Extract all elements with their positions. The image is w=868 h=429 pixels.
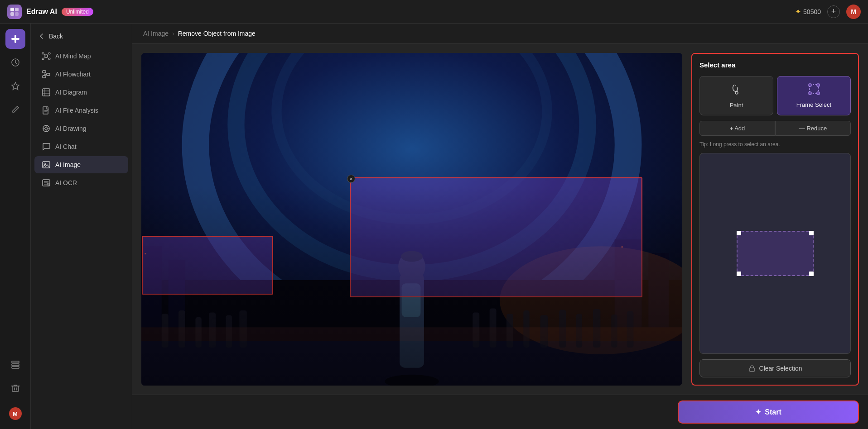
sidebar-label-ai-flowchart: AI Flowchart — [55, 71, 91, 78]
add-reduce-row: + Add — Reduce — [699, 121, 851, 136]
svg-line-20 — [47, 57, 48, 58]
sidebar-item-ai-flowchart[interactable]: AI Flowchart — [34, 66, 128, 83]
sidebar-label-ai-ocr: AI OCR — [55, 179, 77, 186]
selection-close-button[interactable]: ✕ — [347, 175, 355, 183]
tab-frame-select-label: Frame Select — [796, 101, 831, 108]
sidebar-label-ai-chat: AI Chat — [55, 143, 77, 150]
icon-bar-star[interactable] — [5, 76, 25, 96]
sidebar-item-ai-diagram[interactable]: AI Diagram — [34, 84, 128, 101]
svg-point-40 — [44, 163, 46, 165]
svg-rect-22 — [47, 73, 50, 76]
svg-rect-0 — [10, 8, 14, 11]
svg-rect-23 — [43, 76, 46, 78]
topbar: Edraw AI Unlimited ✦ 50500 + M — [0, 0, 868, 24]
icon-bar-edit[interactable] — [5, 100, 25, 119]
svg-line-18 — [47, 54, 48, 55]
svg-rect-3 — [15, 12, 19, 16]
icon-bar-trash[interactable] — [5, 378, 25, 398]
corner-br — [809, 272, 814, 276]
svg-point-34 — [45, 127, 48, 130]
svg-rect-2 — [10, 12, 14, 16]
svg-rect-5 — [11, 38, 19, 40]
sidebar-item-ai-image[interactable]: AI Image — [34, 156, 128, 173]
avatar[interactable]: M — [846, 5, 861, 19]
app-logo — [7, 5, 22, 19]
icon-bar-history[interactable] — [5, 52, 25, 72]
clear-selection-label: Clear Selection — [759, 365, 802, 372]
frame-select-icon — [808, 83, 820, 98]
start-icon: ✦ — [755, 408, 761, 416]
svg-marker-7 — [12, 82, 19, 90]
sidebar-label-ai-drawing: AI Drawing — [55, 125, 86, 132]
icon-bar-add[interactable] — [5, 29, 25, 49]
svg-point-82 — [735, 91, 738, 94]
svg-rect-39 — [43, 162, 50, 168]
tab-frame-select[interactable]: Frame Select — [777, 76, 851, 115]
svg-line-17 — [44, 54, 45, 55]
breadcrumb: AI Image › Remove Object from Image — [132, 24, 868, 44]
sidebar-label-ai-file-analysis: AI File Analysis — [55, 107, 98, 114]
credits-icon: ✦ — [795, 7, 801, 16]
svg-line-19 — [44, 57, 45, 58]
sidebar-item-ai-drawing[interactable]: AI Drawing — [34, 120, 128, 137]
scene-overlay — [141, 53, 682, 386]
content-area: AI Image › Remove Object from Image — [132, 24, 868, 429]
svg-rect-10 — [12, 367, 19, 368]
back-button[interactable]: Back — [31, 29, 132, 43]
svg-rect-26 — [43, 89, 50, 96]
svg-rect-1 — [15, 8, 19, 11]
sidebar-label-ai-diagram: AI Diagram — [55, 89, 87, 96]
breadcrumb-current: Remove Object from Image — [178, 30, 256, 37]
credits-display: ✦ 50500 — [795, 7, 821, 16]
svg-point-14 — [48, 52, 50, 54]
svg-rect-8 — [12, 361, 19, 363]
panel-title: Select area — [699, 61, 851, 69]
tab-paint[interactable]: Paint — [699, 76, 773, 115]
icon-bar-user[interactable]: M — [5, 404, 25, 424]
sidebar-label-ai-mind-map: AI Mind Map — [55, 52, 91, 60]
add-credits-button[interactable]: + — [827, 5, 840, 18]
lock-icon — [748, 365, 756, 372]
svg-rect-87 — [809, 92, 811, 95]
start-button[interactable]: ✦ Start — [678, 400, 859, 424]
unlimited-badge: Unlimited — [62, 8, 93, 16]
sidebar-item-ai-chat[interactable]: AI Chat — [34, 138, 128, 155]
icon-bar: M — [0, 24, 31, 429]
reduce-button[interactable]: — Reduce — [775, 121, 851, 136]
canvas-wrapper: ✕ Select area Paint — [132, 44, 868, 395]
back-label: Back — [49, 33, 63, 40]
sidebar-item-ai-file-analysis[interactable]: AI File Analysis — [34, 102, 128, 119]
svg-line-25 — [44, 74, 47, 75]
sidebar-item-ai-mind-map[interactable]: AI Mind Map — [34, 48, 128, 65]
breadcrumb-parent[interactable]: AI Image — [143, 30, 169, 37]
icon-bar-stack[interactable] — [5, 355, 25, 375]
start-label: Start — [765, 408, 781, 416]
right-panel: Select area Paint Frame Select — [691, 53, 859, 386]
preview-box — [699, 153, 851, 354]
svg-point-13 — [42, 52, 44, 54]
sidebar-item-ai-ocr[interactable]: AI OCR — [34, 174, 128, 191]
main-layout: M Back AI Mind Map AI Flowchart AI Diagr… — [0, 24, 868, 429]
scene-image: ✕ — [141, 53, 682, 386]
add-button[interactable]: + Add — [699, 121, 775, 136]
credits-value: 50500 — [803, 8, 821, 15]
topbar-right: ✦ 50500 + M — [795, 5, 861, 19]
sidebar: Back AI Mind Map AI Flowchart AI Diagram… — [31, 24, 132, 429]
tip-text: Tip: Long press to select an area. — [699, 141, 851, 148]
app-name: Edraw AI — [26, 8, 57, 16]
svg-rect-9 — [12, 364, 19, 366]
svg-rect-11 — [12, 386, 19, 391]
corner-tr — [809, 231, 814, 235]
corner-tl — [737, 231, 741, 235]
svg-rect-88 — [817, 92, 820, 95]
clear-selection-button[interactable]: Clear Selection — [699, 359, 851, 377]
preview-selection-frame — [737, 231, 814, 276]
svg-rect-86 — [817, 84, 820, 86]
svg-rect-21 — [43, 71, 46, 73]
user-avatar-icon: M — [9, 407, 22, 420]
sidebar-label-ai-image: AI Image — [55, 161, 81, 168]
topbar-left: Edraw AI Unlimited — [7, 5, 93, 19]
svg-rect-85 — [809, 84, 811, 86]
breadcrumb-separator: › — [172, 30, 174, 37]
canvas-container[interactable]: ✕ — [141, 53, 682, 386]
